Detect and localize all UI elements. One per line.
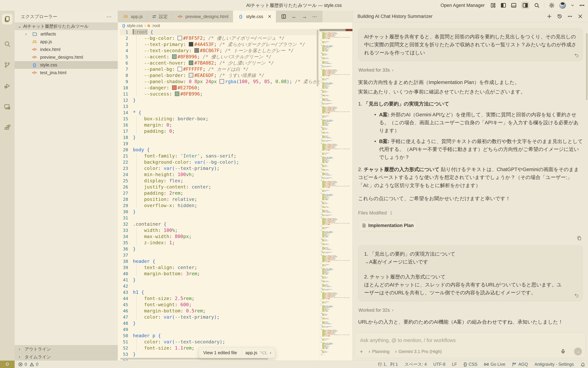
- explorer-more-icon[interactable]: ⋯: [106, 14, 112, 20]
- edited-file-pill[interactable]: View 1 edited file app.js ⌥L ›: [199, 347, 275, 358]
- remote-explorer-icon[interactable]: [2, 101, 13, 112]
- tab-app.js[interactable]: JSapp.js: [118, 11, 147, 22]
- search-icon[interactable]: [534, 2, 540, 8]
- code-line[interactable]: 10 --danger: #E27D60;: [120, 85, 319, 91]
- code-line[interactable]: 2 --bg-color: #F8F5F2; /* 優しいアイボリー/ベージュ …: [120, 35, 319, 41]
- mic-icon[interactable]: [560, 349, 566, 354]
- toggle-left-panel-icon[interactable]: [500, 2, 506, 8]
- code-line[interactable]: 25 display: flex;: [120, 178, 319, 184]
- code-line[interactable]: 47 color: var(--text-primary);: [120, 314, 319, 320]
- code-line[interactable]: 13: [120, 103, 319, 110]
- code-line[interactable]: 27 padding: 2rem;: [120, 190, 319, 196]
- chevron-down-icon[interactable]: [570, 3, 575, 7]
- files-modified-row[interactable]: Files Modified 1: [358, 209, 583, 217]
- tab-preview_designs.html[interactable]: </>preview_designs.html: [172, 11, 233, 22]
- user-message[interactable]: 1. 「見出しの要約」の実現方法について →A案がイメージに近いです 2. チャ…: [358, 245, 583, 301]
- implementation-plan-chip[interactable]: Implementation Plan: [358, 220, 417, 231]
- warnings-indicator[interactable]: 0: [29, 362, 38, 367]
- code-line[interactable]: 35 z-index: 1;: [120, 239, 319, 246]
- navigate-back-icon[interactable]: ←: [292, 14, 297, 19]
- tab-more-icon[interactable]: ⋯: [312, 14, 317, 19]
- eol-sequence[interactable]: LF: [452, 362, 457, 367]
- chat-more-icon[interactable]: [567, 14, 572, 19]
- breadcrumb-file[interactable]: style.css: [127, 23, 143, 28]
- mode-selector[interactable]: ∧Planning: [368, 349, 390, 354]
- split-editor-icon[interactable]: [281, 14, 286, 19]
- remote-indicator[interactable]: [0, 361, 15, 368]
- user-avatar[interactable]: [559, 2, 566, 9]
- code-line[interactable]: 40 margin-bottom: 3rem;: [120, 271, 319, 277]
- extensions-icon[interactable]: [2, 123, 13, 133]
- code-line[interactable]: 51 color: var(--text-secondary);: [120, 339, 319, 345]
- restore-checkpoint-icon[interactable]: [574, 53, 579, 58]
- restore-checkpoint-icon[interactable]: [574, 293, 579, 298]
- language-mode[interactable]: {}CSS: [464, 362, 477, 367]
- copy-message-icon[interactable]: [577, 236, 582, 241]
- toggle-bottom-panel-icon[interactable]: [511, 2, 517, 8]
- encoding[interactable]: UTF-8: [433, 362, 446, 367]
- code-line[interactable]: 5 --accent: #8FB996; /* 優しいパステルグリーン */: [120, 54, 319, 60]
- code-line[interactable]: 33 width: 100%;: [120, 227, 319, 233]
- code-line[interactable]: 12}: [120, 97, 319, 103]
- close-panel-icon[interactable]: [578, 14, 583, 19]
- navigate-forward-icon[interactable]: →: [302, 14, 307, 19]
- search-sidebar-icon[interactable]: [2, 38, 13, 49]
- code-line[interactable]: 6 --accent-hover: #7BA082; /* 少し濃いグリーン *…: [120, 60, 319, 66]
- layout-customize-icon[interactable]: [490, 2, 496, 8]
- editor-vertical-scrollbar[interactable]: [317, 30, 318, 86]
- code-line[interactable]: 26 justify-content: center;: [120, 184, 319, 190]
- code-line[interactable]: 18}: [120, 134, 319, 140]
- new-chat-icon[interactable]: [547, 14, 552, 19]
- open-agent-manager-button[interactable]: Open Agent Manager: [440, 3, 485, 8]
- breadcrumb[interactable]: {} style.css › ⧉ :root: [118, 22, 352, 29]
- send-button[interactable]: →: [574, 348, 582, 355]
- tab-設定[interactable]: 設定: [147, 11, 172, 22]
- tab-style.css[interactable]: {}style.css✕: [233, 11, 276, 22]
- code-line[interactable]: 37: [120, 252, 319, 258]
- worked-for-row[interactable]: Worked for 33s›: [359, 66, 583, 74]
- code-line[interactable]: 17 padding: 0;: [120, 128, 319, 134]
- view-edited-file-button[interactable]: View 1 edited file: [199, 350, 241, 355]
- code-line[interactable]: 20body {: [120, 147, 319, 153]
- errors-indicator[interactable]: 0: [18, 362, 27, 367]
- code-line[interactable]: 28 position: relative;: [120, 196, 319, 202]
- cursor-position[interactable]: 行 1、列 1: [378, 361, 398, 367]
- code-line[interactable]: 14* {: [120, 110, 319, 116]
- model-selector[interactable]: ∧Gemini 3.1 Pro (High): [395, 349, 442, 354]
- code-line[interactable]: 29 overflow-x: hidden;: [120, 202, 319, 209]
- code-line[interactable]: 22 background-color: var(--bg-color);: [120, 159, 319, 165]
- close-tab-icon[interactable]: ✕: [268, 14, 272, 19]
- user-message[interactable]: AIチャット履歴を共有すると、各質問と回答の内容を要約した見出しをつくり、その見…: [358, 28, 583, 61]
- source-control-icon[interactable]: [2, 60, 13, 70]
- code-line[interactable]: 32.container {: [120, 221, 319, 227]
- timeline-section[interactable]: ›タイムライン: [15, 353, 118, 361]
- code-line[interactable]: 42: [120, 283, 319, 289]
- outline-section[interactable]: ›アウトライン: [15, 345, 118, 353]
- code-line[interactable]: 24 min-height: 100vh;: [120, 171, 319, 178]
- code-line[interactable]: 7 --panel-bg: #FFFFFF; /* カードは白 */: [120, 66, 319, 72]
- code-line[interactable]: 21 font-family: 'Inter', sans-serif;: [120, 153, 319, 159]
- code-line[interactable]: 16 margin: 0;: [120, 122, 319, 128]
- file-item-test_jina.html[interactable]: </>test_jina.html: [15, 69, 118, 77]
- run-debug-icon[interactable]: [2, 81, 13, 91]
- code-line[interactable]: 15 box-sizing: border-box;: [120, 116, 319, 122]
- file-item-artifacts[interactable]: ›artifacts: [15, 30, 118, 38]
- file-item-preview_designs.html[interactable]: </>preview_designs.html: [15, 53, 118, 61]
- code-line[interactable]: 34 max-width: 800px;: [120, 233, 319, 239]
- code-line[interactable]: 31: [120, 215, 319, 221]
- code-line[interactable]: 43h1 {: [120, 289, 319, 295]
- code-line[interactable]: 44 font-size: 2.5rem;: [120, 295, 319, 302]
- breadcrumb-symbol[interactable]: :root: [152, 23, 160, 28]
- edited-file-link[interactable]: app.js ⌥L ›: [241, 350, 275, 355]
- code-line[interactable]: 8 --panel-border: #EAE6DF; /* うすい境界線 */: [120, 72, 319, 78]
- chat-input[interactable]: [360, 336, 565, 344]
- code-line[interactable]: 46 margin-bottom: 0.5rem;: [120, 308, 319, 314]
- code-line[interactable]: 45 font-weight: 600;: [120, 302, 319, 308]
- settings-sync-status[interactable]: Antigravity - Settings: [535, 362, 574, 367]
- file-item-style.css[interactable]: {}style.css: [15, 61, 118, 69]
- history-icon[interactable]: [557, 14, 562, 19]
- code-line[interactable]: 11 --success: #8FB996;: [120, 91, 319, 97]
- more-options-icon[interactable]: [579, 2, 585, 8]
- code-editor[interactable]: 1:root {2 --bg-color: #F8F5F2; /* 優しいアイボ…: [118, 29, 319, 361]
- code-line[interactable]: 9 --panel-shadow: 0 8px 24px rgba(100, 9…: [120, 78, 319, 85]
